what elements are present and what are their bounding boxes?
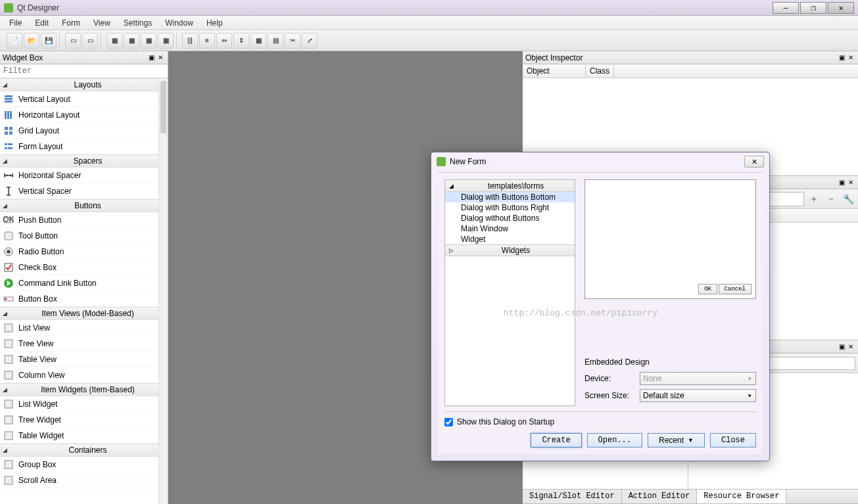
collapse-icon[interactable]: ◢ [3,310,11,317]
toolbar-layout-v-icon[interactable]: ≡ [199,33,215,49]
toolbar-layout-form-icon[interactable]: ▤ [268,33,283,49]
widget-item[interactable]: Table Widget [0,428,168,444]
toolbar-editbuddies-icon[interactable]: ▦ [141,33,156,49]
dock-icon[interactable]: ▣ [147,53,156,62]
widgets-category-label: Widgets [457,246,575,255]
widget-category[interactable]: ◢Spacers [0,154,168,168]
toolbar-sendback-icon[interactable]: ▭ [65,33,81,49]
toolbar-open-icon[interactable]: 📂 [24,33,39,49]
widget-item[interactable]: Command Link Button [0,275,168,291]
widget-category[interactable]: ◢Item Widgets (Item-Based) [0,383,168,396]
menu-edit[interactable]: Edit [28,16,55,30]
recent-button[interactable]: Recent▼ [648,433,705,447]
widget-item[interactable]: Vertical Layout [0,91,168,107]
collapse-icon[interactable]: ◢ [3,202,11,209]
create-button[interactable]: Create [531,433,581,447]
template-item[interactable]: Dialog without Buttons [445,213,575,223]
menu-form[interactable]: Form [55,16,87,30]
widget-item[interactable]: Horizontal Spacer [0,168,168,183]
menu-help[interactable]: Help [200,16,229,30]
collapse-icon[interactable]: ◢ [3,386,11,393]
widget-item[interactable]: Button Box [0,291,168,307]
widget-item[interactable]: List View [0,320,168,336]
remove-property-icon[interactable]: － [824,192,838,206]
dialog-titlebar[interactable]: New Form ✕ [431,152,769,171]
widget-item[interactable]: Table View [0,352,168,367]
widget-item[interactable]: Tool Button [0,228,168,244]
menu-settings[interactable]: Settings [117,16,158,30]
widget-item[interactable]: Group Box [0,457,168,472]
template-item[interactable]: Dialog with Buttons Bottom [445,192,575,202]
collapse-icon[interactable]: ◢ [445,183,457,189]
widget-box-tree[interactable]: ◢LayoutsVertical LayoutHorizontal Layout… [0,78,168,504]
screen-size-combo[interactable]: Default size [640,389,756,402]
collapse-icon[interactable]: ◢ [3,447,11,453]
template-category-widgets[interactable]: ▷ Widgets [445,244,575,256]
widget-category[interactable]: ◢Item Views (Model-Based) [0,307,168,320]
menu-view[interactable]: View [87,16,117,30]
toolbar-editwidgets-icon[interactable]: ▦ [107,33,122,49]
close-button[interactable]: ✕ [828,2,854,14]
close-panel-icon[interactable]: ✕ [846,178,855,187]
expand-icon[interactable]: ▷ [445,247,457,254]
template-tree[interactable]: ◢ templates\forms Dialog with Buttons Bo… [444,179,575,406]
toolbar-editsignals-icon[interactable]: ▦ [124,33,139,49]
class-column-header[interactable]: Class [586,64,614,78]
collapse-icon[interactable]: ◢ [3,81,11,88]
collapse-icon[interactable]: ◢ [3,158,11,164]
menu-file[interactable]: File [3,16,28,30]
dock-icon[interactable]: ▣ [837,342,846,352]
widget-item[interactable]: Check Box [0,260,168,275]
widget-item[interactable]: Form Layout [0,139,168,154]
widget-category[interactable]: ◢Layouts [0,78,168,91]
tab-resource-browser[interactable]: Resource Browser [697,490,786,503]
device-combo[interactable]: None [640,372,756,385]
widget-item[interactable]: Radio Button [0,244,168,260]
toolbar-layout-hsplit-icon[interactable]: ⇔ [216,33,232,49]
template-item[interactable]: Widget [445,234,575,244]
template-item[interactable]: Main Window [445,223,575,234]
maximize-button[interactable]: ❐ [800,2,826,14]
toolbar-adjust-size-icon[interactable]: ⤢ [302,33,318,49]
widget-item[interactable]: Horizontal Layout [0,107,168,123]
object-column-header[interactable]: Object [523,64,586,78]
close-panel-icon[interactable]: ✕ [846,53,855,62]
toolbar-edittaborder-icon[interactable]: ▦ [158,33,174,49]
toolbar-bringfront-icon[interactable]: ▭ [82,33,98,49]
open-button[interactable]: Open... [587,433,642,447]
configure-icon[interactable]: 🔧 [841,192,855,206]
widget-item[interactable]: Scroll Area [0,472,168,488]
scroll-thumb[interactable] [160,81,166,133]
tab-action-editor[interactable]: Action Editor [622,490,698,503]
dock-icon[interactable]: ▣ [837,53,846,62]
widget-box-filter-input[interactable] [0,64,168,78]
toolbar-layout-vsplit-icon[interactable]: ⇕ [233,33,249,49]
close-dialog-button[interactable]: Close [710,433,756,447]
widget-category[interactable]: ◢Buttons [0,199,168,212]
toolbar-break-layout-icon[interactable]: ✂ [285,33,300,49]
widget-item[interactable]: Column View [0,367,168,383]
add-property-icon[interactable]: ＋ [807,192,821,206]
toolbar-save-icon[interactable]: 💾 [41,33,57,49]
template-tree-header[interactable]: ◢ templates\forms [445,180,575,192]
widget-category[interactable]: ◢Containers [0,444,168,457]
widget-item[interactable]: OKPush Button [0,212,168,228]
widget-item[interactable]: List Widget [0,396,168,412]
tab-signal-slot[interactable]: Signal/Slot Editor [523,490,622,503]
widget-item[interactable]: Vertical Spacer [0,183,168,199]
widget-item[interactable]: Tree View [0,336,168,352]
close-panel-icon[interactable]: ✕ [156,53,165,62]
dock-icon[interactable]: ▣ [837,178,846,187]
widget-item[interactable]: Grid Layout [0,123,168,139]
show-on-startup-checkbox[interactable] [444,418,453,426]
toolbar-layout-h-icon[interactable]: ||| [182,33,198,49]
minimize-button[interactable]: — [773,2,799,14]
toolbar-layout-grid-icon[interactable]: ▦ [250,33,266,49]
scrollbar[interactable]: ▲ [158,81,168,504]
dialog-close-button[interactable]: ✕ [744,156,764,168]
toolbar-new-icon[interactable]: 📄 [7,33,22,49]
template-item[interactable]: Dialog with Buttons Right [445,202,575,213]
widget-item[interactable]: Tree Widget [0,412,168,428]
menu-window[interactable]: Window [158,16,200,30]
close-panel-icon[interactable]: ✕ [846,342,855,352]
